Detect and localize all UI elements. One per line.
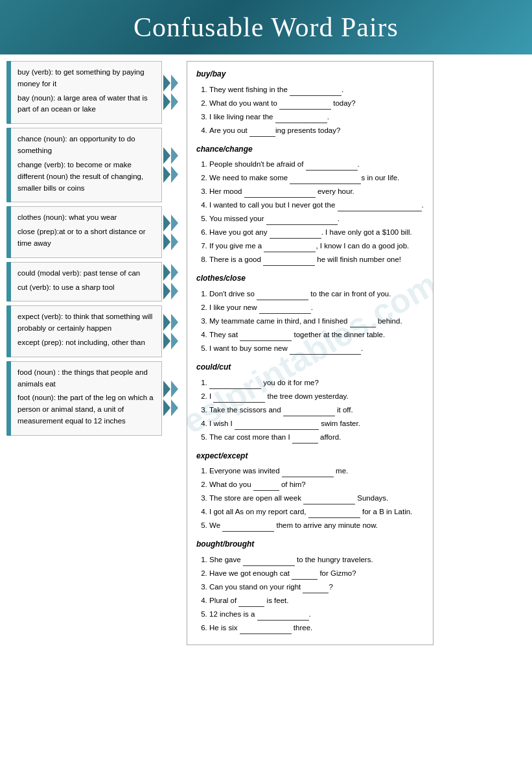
section-title-chance-change: chance/change [196, 143, 424, 156]
card-content: clothes (noun): what you wear close (pre… [11, 206, 162, 257]
def1: (noun): what you wear [43, 213, 117, 221]
list-item: They sat together at the dinner table. [209, 329, 424, 341]
blank [338, 203, 422, 211]
list-item: We them to arrive any minute now. [209, 519, 424, 532]
chevron-row1 [163, 215, 178, 231]
card-accent-bar [6, 361, 11, 436]
chevron-arrow3 [163, 166, 170, 183]
list-item: Can you stand on your right ? [209, 581, 424, 593]
def1: (modal verb): past tense of can [38, 269, 141, 277]
section-title-bought-brought: bought/brought [196, 538, 424, 551]
def2: (prep): not including, other than [41, 338, 145, 346]
term1: expect [17, 313, 40, 320]
left-column: buy (verb): to get something by paying m… [6, 61, 181, 645]
card-accent-bar [6, 128, 11, 202]
list-item: Her mood every hour. [209, 185, 424, 198]
list-item: She gave to the hungry travelers. [209, 554, 424, 566]
term2-line: bay (noun): a large area of water that i… [17, 93, 155, 116]
list-item: Everyone was invited me. [209, 465, 424, 477]
blank [306, 162, 358, 171]
term1-line: chance (noun): an opportunity to do some… [17, 134, 155, 157]
blank [257, 612, 309, 621]
list-item: I want to buy some new . [209, 342, 424, 355]
card-accent-bar [6, 206, 11, 257]
blank [238, 598, 264, 607]
card-chance-change: chance (noun): an opportunity to do some… [6, 128, 181, 202]
exercise-list-buy-bay: They went fishing in the . What do you w… [209, 84, 424, 137]
term2-line: change (verb): to become or make differe… [17, 160, 155, 194]
chevron-arrow1 [163, 264, 170, 281]
page-header: Confusable Word Pairs [0, 0, 532, 54]
section-title-buy-bay: buy/bay [196, 68, 424, 81]
chevron-arrow4 [171, 233, 178, 250]
list-item: If you give me a , I know I can do a goo… [209, 240, 424, 252]
blank [266, 217, 338, 225]
blank [257, 292, 308, 300]
def2: (verb): to use a sharp tool [30, 283, 115, 291]
blank [292, 435, 318, 444]
blank [283, 408, 335, 416]
term2: except [17, 338, 40, 346]
exercise-list-clothes-close: Don't drive so to the car in front of yo… [209, 288, 424, 355]
section-title-clothes-close: clothes/close [196, 272, 424, 285]
chevron-row2 [163, 93, 178, 110]
list-item: I like your new . [209, 302, 424, 314]
exercise-list-chance-change: People shouldn't be afraid of . We need … [209, 158, 424, 266]
list-item: Don't drive so to the car in front of yo… [209, 288, 424, 300]
term1-line: buy (verb): to get something by paying m… [17, 67, 155, 90]
chevron-row2 [163, 283, 178, 300]
card-chevron [162, 305, 181, 357]
list-item: What do you of him? [209, 479, 424, 491]
chevron-arrow4 [171, 166, 178, 183]
card-content: expect (verb): to think that something w… [11, 305, 162, 357]
blank [240, 626, 292, 634]
list-item: I got all As on my report card, for a B … [209, 506, 424, 518]
chevron-row2 [163, 399, 178, 416]
blank [292, 571, 318, 580]
term1-line: clothes (noun): what you wear [17, 212, 155, 224]
chevron-row1 [163, 264, 178, 281]
card-chevron [162, 61, 181, 124]
card-content: buy (verb): to get something by paying m… [11, 61, 162, 124]
term1-line: expect (verb): to think that something w… [17, 311, 155, 335]
main-content: buy (verb): to get something by paying m… [0, 54, 532, 652]
list-item: What do you want to today? [209, 97, 424, 110]
card-chevron [162, 128, 181, 202]
term1-line: food (noun) : the things that people and… [17, 367, 155, 390]
card-clothes-close: clothes (noun): what you wear close (pre… [6, 206, 181, 257]
chevron-row1 [163, 381, 178, 397]
list-item: The store are open all week Sundays. [209, 492, 424, 504]
term2-line: except (prep): not including, other than [17, 337, 155, 349]
list-item: Plural of is feet. [209, 595, 424, 607]
chevron-arrow4 [171, 93, 178, 110]
card-chevron [162, 262, 181, 302]
exercise-list-bought-brought: She gave to the hungry travelers. Have w… [209, 554, 424, 634]
blank [270, 230, 321, 239]
blank [240, 333, 292, 341]
chevron-arrow3 [163, 283, 170, 300]
chevron-arrow3 [163, 333, 170, 349]
card-accent-bar [6, 61, 11, 124]
blank [259, 305, 311, 314]
blank [350, 319, 376, 327]
term2-line: cut (verb): to use a sharp tool [17, 282, 155, 294]
chevron-arrow2 [171, 264, 178, 281]
chevron-arrow2 [171, 314, 178, 331]
term1: buy [17, 68, 30, 76]
card-content: chance (noun): an opportunity to do some… [11, 128, 162, 202]
blank [235, 421, 319, 430]
list-item: They went fishing in the . [209, 84, 424, 96]
card-food-foot: food (noun) : the things that people and… [6, 361, 181, 436]
list-item: There is a good he will finish number on… [209, 254, 424, 266]
chevron-arrow3 [163, 233, 170, 250]
chevron-row1 [163, 314, 178, 331]
term1: food [17, 368, 32, 376]
list-item: you do it for me? [209, 377, 424, 389]
exercise-list-expect-except: Everyone was invited me. What do you of … [209, 465, 424, 532]
list-item: I wanted to call you but I never got the… [209, 199, 424, 211]
chevron-arrow2 [171, 215, 178, 231]
blank [275, 115, 327, 123]
card-accent-bar [6, 262, 11, 302]
list-item: People shouldn't be afraid of . [209, 158, 424, 171]
list-item: I like living near the . [209, 111, 424, 123]
